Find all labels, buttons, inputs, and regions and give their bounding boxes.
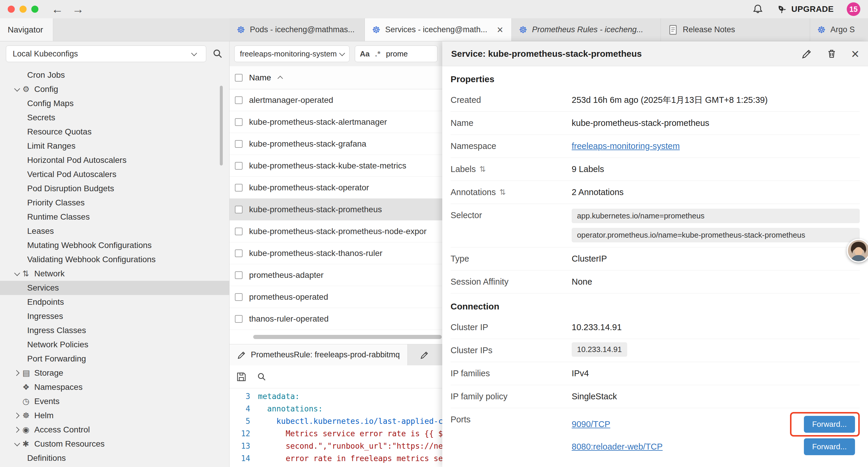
sidebar-item-vertical-pod-autoscalers[interactable]: Vertical Pod Autoscalers [0,167,229,181]
notification-count-badge[interactable]: 15 [847,2,860,16]
sidebar-item-horizontal-pod-autoscalers[interactable]: Horizontal Pod Autoscalers [0,153,229,167]
sidebar-search-icon[interactable] [212,48,223,59]
table-row[interactable]: kube-prometheus-stack-thanos-ruler [229,242,442,264]
maximize-window-button[interactable] [31,6,38,13]
row-checkbox[interactable] [235,96,243,104]
table-row[interactable]: prometheus-adapter [229,264,442,286]
property-row-selector: Selector app.kubernetes.io/name=promethe… [451,204,860,247]
row-checkbox[interactable] [235,250,243,257]
close-window-button[interactable] [8,6,15,13]
table-row[interactable]: kube-prometheus-stack-kube-state-metrics [229,155,442,177]
sidebar-item-label: Validating Webhook Configurations [27,255,156,264]
upgrade-button[interactable]: UPGRADE [776,4,834,14]
drawer-actions: × [802,47,859,61]
search-input[interactable]: Aa .* prome [355,46,438,62]
dock-tab-partial[interactable] [408,344,442,365]
sidebar-item-helm[interactable]: ☸Helm [0,408,229,423]
horizontal-scrollbar[interactable] [253,335,442,339]
expand-collapse-icon[interactable]: ⇅ [479,165,486,174]
tab-pods[interactable]: ☸ Pods - icecheng@mathmas... [229,18,365,41]
sidebar-item-priority-classes[interactable]: Priority Classes [0,196,229,210]
yaml-editor[interactable]: 3 4 5 12 13 14 metadata: annotations: ku… [229,388,442,467]
sidebar-item-config[interactable]: ⚙Config [0,82,229,96]
sidebar-item-services[interactable]: Services [0,281,229,295]
notifications-bell-icon[interactable] [752,4,764,15]
select-all-checkbox[interactable] [235,74,243,82]
sidebar-item-access-control[interactable]: ◉Access Control [0,423,229,437]
table-row-selected[interactable]: kube-prometheus-stack-prometheus [229,199,442,221]
sidebar-item-pod-disruption-budgets[interactable]: Pod Disruption Budgets [0,181,229,196]
sidebar-item-runtime-classes[interactable]: Runtime Classes [0,210,229,224]
sidebar-item-leases[interactable]: Leases [0,224,229,238]
match-case-toggle[interactable]: Aa [360,49,370,59]
tab-prometheus-rules[interactable]: ☸ Prometheus Rules - icecheng... [512,18,661,41]
forward-arrow-icon[interactable]: → [72,3,84,15]
delete-trash-icon[interactable] [826,49,837,59]
sidebar-item-network[interactable]: ⇅Network [0,267,229,281]
sidebar-item-validating-webhook-configurations[interactable]: Validating Webhook Configurations [0,253,229,267]
table-row[interactable]: thanos-ruler-operated [229,308,442,330]
tab-close-icon[interactable]: × [496,24,504,36]
close-icon[interactable]: × [851,47,859,61]
sort-ascending-icon[interactable] [278,75,283,80]
sidebar-item-events[interactable]: ◷Events [0,394,229,408]
table-row[interactable]: kube-prometheus-stack-prometheus-node-ex… [229,221,442,242]
sidebar-item-ingress-classes[interactable]: Ingress Classes [0,323,229,338]
dock-tab-prometheusrule[interactable]: PrometheusRule: freeleaps-prod-rabbitmq [229,344,408,365]
name-column-header[interactable]: Name [249,73,271,83]
sidebar-item-namespaces[interactable]: ❖Namespaces [0,380,229,394]
sidebar-scrollbar[interactable] [220,86,223,166]
editor-search-icon[interactable] [257,372,267,382]
row-checkbox[interactable] [235,315,243,323]
sidebar-item-label: Endpoints [27,297,64,307]
table-row[interactable]: kube-prometheus-stack-grafana [229,133,442,155]
row-checkbox[interactable] [235,140,243,148]
row-checkbox[interactable] [235,206,243,213]
tab-argo[interactable]: ☸ Argo S [810,18,868,41]
table-row[interactable]: kube-prometheus-stack-operator [229,177,442,199]
sidebar-item-definitions[interactable]: Definitions [0,451,229,465]
row-checkbox[interactable] [235,293,243,301]
back-arrow-icon[interactable]: ← [52,3,63,15]
row-checkbox[interactable] [235,162,243,170]
row-checkbox[interactable] [235,184,243,192]
sidebar-item-endpoints[interactable]: Endpoints [0,295,229,309]
search-value: prome [386,49,408,59]
table-row[interactable]: prometheus-operated [229,286,442,308]
sidebar-item-config-maps[interactable]: Config Maps [0,96,229,111]
minimize-window-button[interactable] [20,6,27,13]
sidebar-item-secrets[interactable]: Secrets [0,111,229,125]
navigator-panel-tab[interactable]: Navigator [0,18,53,41]
sidebar-item-custom-resources[interactable]: ✱Custom Resources [0,437,229,451]
sidebar-item-network-policies[interactable]: Network Policies [0,338,229,352]
tab-release-notes[interactable]: Release Notes [661,18,810,41]
row-checkbox[interactable] [235,118,243,126]
tab-services[interactable]: ☸ Services - icecheng@math... × [365,18,512,41]
port-link[interactable]: 9090/TCP [572,419,610,429]
namespace-select[interactable]: freeleaps-monitoring-system [234,46,349,62]
table-row[interactable]: alertmanager-operated [229,89,442,111]
kubeconfig-selector[interactable]: Local Kubeconfigs [6,46,206,62]
regex-toggle[interactable]: .* [375,49,380,59]
sidebar-item-storage[interactable]: ▤Storage [0,366,229,380]
ports-list: 9090/TCP Forward... 8080:reloader-web/TC… [572,413,860,458]
forward-button[interactable]: Forward... [804,416,855,433]
save-icon[interactable] [236,372,247,382]
table-row[interactable]: kube-prometheus-stack-alertmanager [229,111,442,133]
port-link[interactable]: 8080:reloader-web/TCP [572,442,663,451]
user-avatar[interactable] [847,239,868,262]
namespace-link[interactable]: freeleaps-monitoring-system [572,141,680,151]
edit-pencil-icon[interactable] [802,49,812,59]
port-row: 8080:reloader-web/TCP Forward... [572,435,860,458]
sidebar-item-resource-quotas[interactable]: Resource Quotas [0,125,229,139]
sidebar-item-ingresses[interactable]: Ingresses [0,309,229,323]
row-checkbox[interactable] [235,228,243,235]
sidebar-item-cron-jobs[interactable]: Cron Jobs [0,68,229,82]
expand-collapse-icon[interactable]: ⇅ [499,188,506,197]
forward-button[interactable]: Forward... [804,438,855,455]
sidebar-item-mutating-webhook-configurations[interactable]: Mutating Webhook Configurations [0,238,229,253]
property-row-ip-family-policy: IP family policy SingleStack [451,385,860,408]
sidebar-item-port-forwarding[interactable]: Port Forwarding [0,352,229,366]
sidebar-item-limit-ranges[interactable]: Limit Ranges [0,139,229,153]
row-checkbox[interactable] [235,271,243,279]
